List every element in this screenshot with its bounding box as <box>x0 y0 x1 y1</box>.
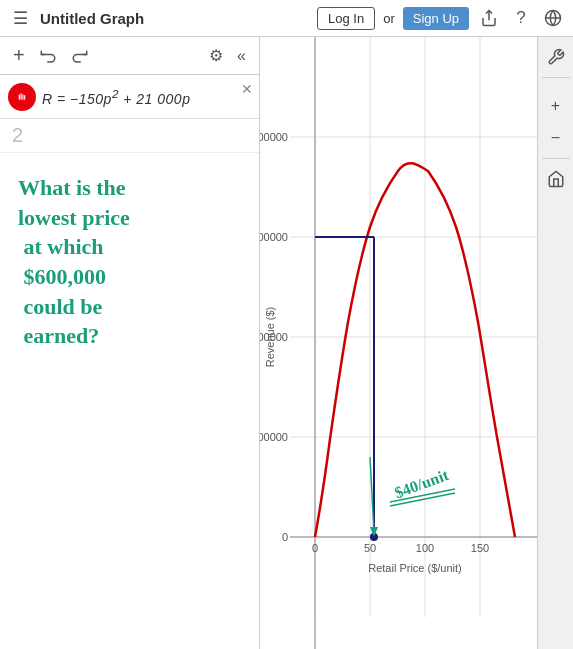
login-button[interactable]: Log In <box>317 7 375 30</box>
svg-text:Retail Price ($/unit): Retail Price ($/unit) <box>368 562 462 574</box>
right-sidebar: + − <box>537 37 573 649</box>
expression-toolbar: + ⚙ « <box>0 37 259 75</box>
wrench-button[interactable] <box>541 43 571 71</box>
sidebar-divider-2 <box>542 158 570 159</box>
left-panel: + ⚙ « R = −150p2 + 21 000p ✕ <box>0 37 260 649</box>
collapse-panel-button[interactable]: « <box>232 44 251 68</box>
signup-button[interactable]: Sign Up <box>403 7 469 30</box>
question-annotation: What is thelowest price at which $600,00… <box>18 173 130 351</box>
sidebar-divider <box>542 77 570 78</box>
svg-text:800000: 800000 <box>260 131 288 143</box>
main-layout: + ⚙ « R = −150p2 + 21 000p ✕ <box>0 37 573 649</box>
svg-text:50: 50 <box>364 542 376 554</box>
zoom-out-button[interactable]: − <box>541 124 571 152</box>
home-button[interactable] <box>541 165 571 193</box>
undo-button[interactable] <box>34 44 62 68</box>
svg-text:100: 100 <box>416 542 434 554</box>
topbar: ☰ Untitled Graph Log In or Sign Up ? <box>0 0 573 37</box>
redo-button[interactable] <box>66 44 94 68</box>
zoom-in-button[interactable]: + <box>541 92 571 120</box>
close-expression-button[interactable]: ✕ <box>241 81 253 97</box>
graph-canvas[interactable]: 800000 600000 400000 200000 0 0 50 100 1… <box>260 37 537 649</box>
language-button[interactable] <box>541 6 565 30</box>
svg-text:Revenue ($): Revenue ($) <box>264 307 276 368</box>
svg-text:200000: 200000 <box>260 431 288 443</box>
settings-button[interactable]: ⚙ <box>204 43 228 68</box>
expression-row[interactable]: R = −150p2 + 21 000p ✕ <box>0 75 259 119</box>
help-button[interactable]: ? <box>509 6 533 30</box>
svg-text:0: 0 <box>282 531 288 543</box>
svg-text:600000: 600000 <box>260 231 288 243</box>
or-label: or <box>383 11 395 26</box>
app-title: Untitled Graph <box>40 10 309 27</box>
expression-formula: R = −150p2 + 21 000p <box>42 87 251 107</box>
add-expression-button[interactable]: + <box>8 41 30 70</box>
svg-text:150: 150 <box>471 542 489 554</box>
desmos-logo <box>8 83 36 111</box>
annotation-area: What is thelowest price at which $600,00… <box>0 153 259 649</box>
svg-rect-3 <box>260 37 537 649</box>
empty-expression-slot: 2 <box>0 119 259 153</box>
menu-button[interactable]: ☰ <box>8 6 32 30</box>
svg-text:0: 0 <box>312 542 318 554</box>
share-button[interactable] <box>477 6 501 30</box>
